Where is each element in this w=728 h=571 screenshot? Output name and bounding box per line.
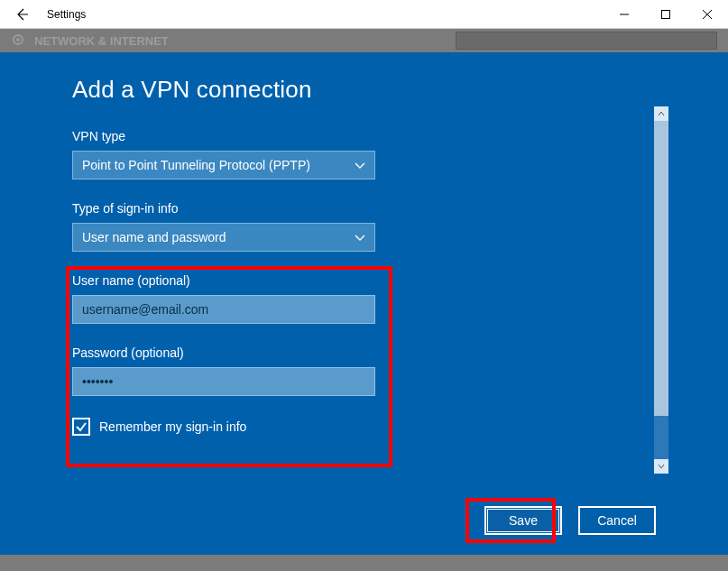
bottom-strip — [0, 555, 728, 571]
button-row: Save Cancel — [484, 506, 656, 535]
password-label: Password (optional) — [72, 345, 582, 360]
scroll-up-icon[interactable] — [654, 106, 668, 121]
chevron-down-icon — [355, 230, 365, 244]
signin-type-group: Type of sign-in info User name and passw… — [72, 201, 582, 252]
username-group: User name (optional) — [72, 273, 582, 324]
background-heading: NETWORK & INTERNET — [34, 34, 169, 48]
signin-type-select[interactable]: User name and password — [72, 223, 375, 252]
signin-type-label: Type of sign-in info — [72, 201, 582, 216]
signin-type-value: User name and password — [82, 230, 226, 244]
close-button[interactable] — [687, 0, 728, 29]
check-icon — [75, 420, 88, 433]
back-arrow-icon — [14, 7, 29, 22]
cancel-button[interactable]: Cancel — [578, 506, 656, 535]
scroll-down-icon[interactable] — [654, 459, 668, 474]
background-search — [456, 32, 717, 50]
vpn-modal: Add a VPN connection VPN type Point to P… — [0, 52, 728, 555]
username-label: User name (optional) — [72, 273, 582, 288]
gear-icon — [11, 32, 25, 50]
chevron-down-icon — [355, 158, 365, 172]
modal-heading: Add a VPN connection — [72, 76, 582, 104]
scroll-thumb[interactable] — [654, 121, 668, 416]
vpn-type-group: VPN type Point to Point Tunneling Protoc… — [72, 129, 582, 180]
scrollbar[interactable] — [654, 52, 670, 555]
window-title: Settings — [47, 8, 86, 21]
save-button[interactable]: Save — [484, 506, 562, 535]
close-icon — [703, 10, 712, 19]
svg-point-2 — [16, 38, 20, 41]
username-input[interactable] — [72, 295, 375, 324]
remember-label: Remember my sign-in info — [99, 419, 246, 434]
password-input[interactable] — [72, 367, 375, 396]
back-button[interactable] — [0, 0, 43, 29]
maximize-icon — [661, 10, 670, 19]
password-group: Password (optional) — [72, 345, 582, 396]
remember-checkbox-row[interactable]: Remember my sign-in info — [72, 418, 582, 436]
minimize-button[interactable] — [604, 0, 645, 29]
background-header: NETWORK & INTERNET — [0, 29, 728, 52]
minimize-icon — [620, 10, 629, 19]
vpn-type-select[interactable]: Point to Point Tunneling Protocol (PPTP) — [72, 151, 375, 180]
vpn-type-value: Point to Point Tunneling Protocol (PPTP) — [82, 158, 310, 172]
titlebar: Settings — [0, 0, 728, 29]
svg-rect-0 — [662, 10, 670, 18]
maximize-button[interactable] — [645, 0, 687, 29]
vpn-type-label: VPN type — [72, 129, 582, 143]
remember-checkbox[interactable] — [72, 418, 90, 436]
